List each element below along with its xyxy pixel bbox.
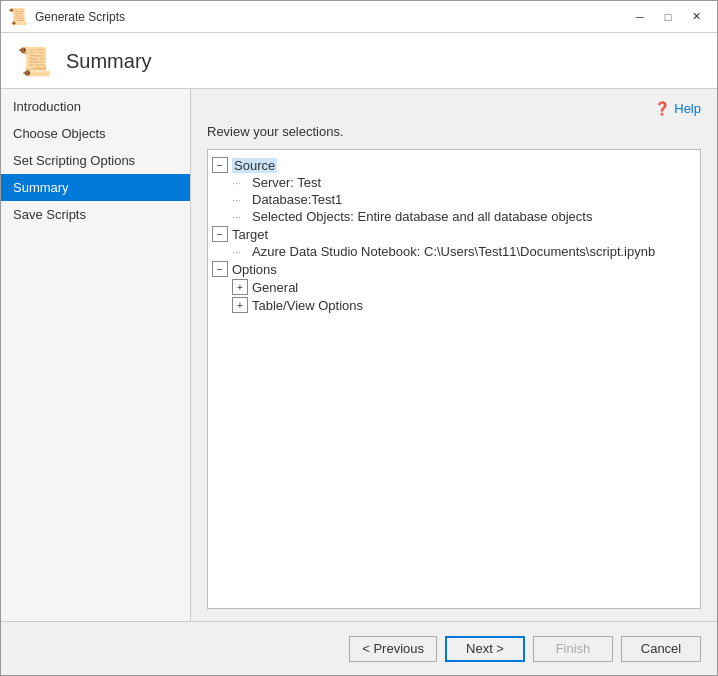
help-link[interactable]: ❓ Help xyxy=(654,101,701,116)
review-label: Review your selections. xyxy=(207,124,701,139)
tree-box[interactable]: − Source ··· Server: Test ··· Database:T… xyxy=(207,149,701,609)
target-children: ··· Azure Data Studio Notebook: C:\Users… xyxy=(212,243,655,260)
previous-button[interactable]: < Previous xyxy=(349,636,437,662)
source-children: ··· Server: Test ··· Database:Test1 ··· … xyxy=(212,174,592,225)
target-label: Target xyxy=(232,227,268,242)
connector-database: ··· xyxy=(232,194,248,206)
sidebar-item-set-scripting-options[interactable]: Set Scripting Options xyxy=(1,147,190,174)
sidebar-item-choose-objects[interactable]: Choose Objects xyxy=(1,120,190,147)
tree-target-row[interactable]: − Target xyxy=(212,225,268,243)
main-panel: ❓ Help Review your selections. − Source xyxy=(191,89,717,621)
tree-azure-row: ··· Azure Data Studio Notebook: C:\Users… xyxy=(232,243,655,260)
azure-label: Azure Data Studio Notebook: C:\Users\Tes… xyxy=(252,244,655,259)
maximize-button[interactable]: □ xyxy=(655,7,681,27)
table-view-label: Table/View Options xyxy=(252,298,363,313)
tree-options-node: − Options + General + Table/View Options xyxy=(212,260,696,314)
tree-database-row: ··· Database:Test1 xyxy=(232,191,592,208)
sidebar-item-summary[interactable]: Summary xyxy=(1,174,190,201)
server-label: Server: Test xyxy=(252,175,321,190)
target-expander[interactable]: − xyxy=(212,226,228,242)
window: 📜 Generate Scripts ─ □ ✕ 📜 Summary Intro… xyxy=(0,0,718,676)
tree-server-row: ··· Server: Test xyxy=(232,174,592,191)
title-bar: 📜 Generate Scripts ─ □ ✕ xyxy=(1,1,717,33)
source-label: Source xyxy=(232,158,277,173)
window-controls: ─ □ ✕ xyxy=(627,7,709,27)
window-title: Generate Scripts xyxy=(35,10,627,24)
general-label: General xyxy=(252,280,298,295)
help-link-area: ❓ Help xyxy=(207,101,701,116)
minimize-button[interactable]: ─ xyxy=(627,7,653,27)
connector-server: ··· xyxy=(232,177,248,189)
header-title: Summary xyxy=(66,50,152,73)
window-icon: 📜 xyxy=(9,8,27,26)
source-expander[interactable]: − xyxy=(212,157,228,173)
sidebar: Introduction Choose Objects Set Scriptin… xyxy=(1,89,191,621)
general-expander[interactable]: + xyxy=(232,279,248,295)
help-label: Help xyxy=(674,101,701,116)
header-icon: 📜 xyxy=(17,45,52,78)
finish-button[interactable]: Finish xyxy=(533,636,613,662)
tree-options-row[interactable]: − Options xyxy=(212,260,277,278)
options-expander[interactable]: − xyxy=(212,261,228,277)
sidebar-item-save-scripts[interactable]: Save Scripts xyxy=(1,201,190,228)
close-button[interactable]: ✕ xyxy=(683,7,709,27)
tree-table-view-row[interactable]: + Table/View Options xyxy=(232,296,363,314)
content-area: Introduction Choose Objects Set Scriptin… xyxy=(1,89,717,621)
connector-azure: ··· xyxy=(232,246,248,258)
connector-selected: ··· xyxy=(232,211,248,223)
tree-source-row[interactable]: − Source xyxy=(212,156,277,174)
window-body: 📜 Summary Introduction Choose Objects Se… xyxy=(1,33,717,675)
tree-source-node: − Source ··· Server: Test ··· Database:T… xyxy=(212,156,696,225)
tree-target-node: − Target ··· Azure Data Studio Notebook:… xyxy=(212,225,696,260)
database-label: Database:Test1 xyxy=(252,192,342,207)
header-area: 📜 Summary xyxy=(1,33,717,89)
tree-general-row[interactable]: + General xyxy=(232,278,363,296)
selected-objects-label: Selected Objects: Entire database and al… xyxy=(252,209,592,224)
help-icon: ❓ xyxy=(654,101,670,116)
options-label: Options xyxy=(232,262,277,277)
table-view-expander[interactable]: + xyxy=(232,297,248,313)
options-children: + General + Table/View Options xyxy=(212,278,363,314)
next-button[interactable]: Next > xyxy=(445,636,525,662)
sidebar-item-introduction[interactable]: Introduction xyxy=(1,93,190,120)
tree-selected-objects-row: ··· Selected Objects: Entire database an… xyxy=(232,208,592,225)
cancel-button[interactable]: Cancel xyxy=(621,636,701,662)
footer: < Previous Next > Finish Cancel xyxy=(1,621,717,675)
